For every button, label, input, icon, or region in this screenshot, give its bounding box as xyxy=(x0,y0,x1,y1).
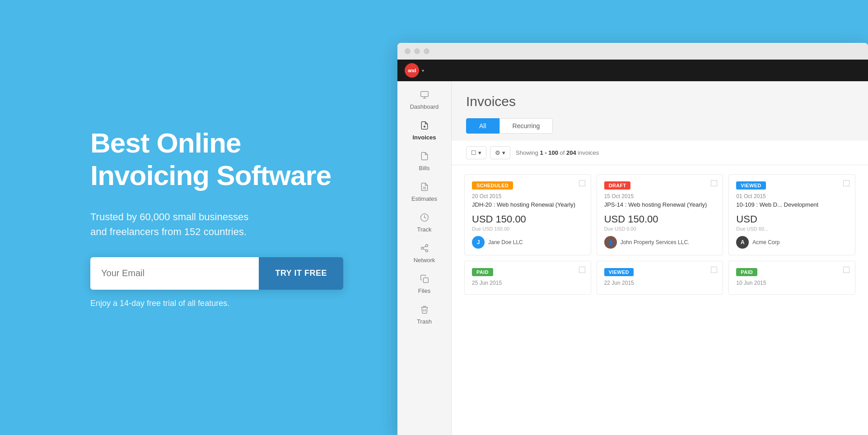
hero-section: Best OnlineInvoicing Software Trusted by… xyxy=(0,0,388,435)
status-badge-draft: DRAFT xyxy=(604,181,631,190)
status-badge-paid: PAID xyxy=(736,268,757,276)
svg-rect-0 xyxy=(420,92,428,97)
invoice-card-paid-2[interactable]: PAID 10 Jun 2015 xyxy=(728,261,855,295)
gear-icon: ⚙ xyxy=(495,149,500,156)
sidebar-label-invoices: Invoices xyxy=(412,134,436,141)
invoice-amount: USD 150.00 xyxy=(472,213,583,225)
invoice-card-viewed[interactable]: VIEWED 01 Oct 2015 10-109 : Web D... Dev… xyxy=(728,174,855,255)
invoice-date: 22 Jun 2015 xyxy=(604,280,716,286)
browser-chrome xyxy=(397,43,868,60)
logo-text: and xyxy=(408,68,416,73)
invoice-checkbox[interactable] xyxy=(579,267,585,273)
invoice-checkbox[interactable] xyxy=(843,267,849,273)
hero-title: Best OnlineInvoicing Software xyxy=(90,127,388,191)
svg-point-8 xyxy=(425,245,428,247)
invoice-row: PAID 25 Jun 2015 VIEWED 22 Jun 2015 PAID… xyxy=(464,261,855,295)
invoice-checkbox[interactable] xyxy=(711,180,717,186)
invoice-card-viewed-2[interactable]: VIEWED 22 Jun 2015 xyxy=(597,261,723,295)
sidebar-label-bills: Bills xyxy=(419,165,430,171)
invoice-name: JPS-14 : Web hosting Renewal (Yearly) xyxy=(604,201,716,208)
gear-dropdown-icon: ▾ xyxy=(502,149,505,156)
invoice-row: SCHEDULED 20 Oct 2015 JDH-20 : Web hosti… xyxy=(464,174,855,255)
clock-icon xyxy=(420,213,429,224)
browser-mockup: and ▾ Dashboard xyxy=(397,43,868,435)
invoice-name: JDH-20 : Web hosting Renewal (Yearly) xyxy=(472,201,583,208)
invoice-due: Due USD 0.00 xyxy=(604,226,716,231)
sidebar-label-estimates: Estimates xyxy=(411,195,437,202)
client-avatar: 👤 xyxy=(604,236,617,249)
top-nav: and ▾ xyxy=(397,60,868,81)
trial-text: Enjoy a 14-day free trial of all feature… xyxy=(90,299,388,308)
monitor-icon xyxy=(420,90,429,102)
copy-icon xyxy=(420,274,429,286)
email-input[interactable] xyxy=(90,257,259,290)
client-avatar: A xyxy=(736,236,749,249)
sidebar-item-estimates[interactable]: Estimates xyxy=(397,177,451,208)
sidebar-item-bills[interactable]: Bills xyxy=(397,146,451,177)
client-avatar: J xyxy=(472,236,485,249)
signup-form: TRY IT FREE xyxy=(90,257,343,290)
invoice-card-draft[interactable]: DRAFT 15 Oct 2015 JPS-14 : Web hosting R… xyxy=(597,174,723,255)
svg-line-11 xyxy=(423,249,426,250)
sidebar-item-network[interactable]: Network xyxy=(397,238,451,269)
invoice-checkbox[interactable] xyxy=(579,180,585,186)
checkbox-dropdown-btn[interactable]: ☐ ▾ xyxy=(466,146,486,159)
invoice-client: A Acme Corp xyxy=(736,236,848,249)
sidebar-label-network: Network xyxy=(414,257,435,264)
tab-all[interactable]: All xyxy=(466,118,499,134)
sidebar-label-files: Files xyxy=(418,287,430,294)
invoice-date: 15 Oct 2015 xyxy=(604,193,716,199)
sidebar-item-trash[interactable]: Trash xyxy=(397,300,451,330)
checkbox-icon: ☐ xyxy=(471,149,476,156)
showing-count: 204 xyxy=(566,149,576,156)
svg-point-10 xyxy=(425,250,428,252)
sidebar-item-dashboard[interactable]: Dashboard xyxy=(397,85,451,116)
tab-recurring[interactable]: Recurring xyxy=(499,118,553,134)
browser-dot-yellow xyxy=(414,48,420,54)
invoice-client: J Jane Doe LLC xyxy=(472,236,583,249)
invoice-amount: USD 150.00 xyxy=(604,213,716,225)
main-layout: Dashboard Invoices xyxy=(397,81,868,435)
sidebar-label-dashboard: Dashboard xyxy=(410,103,439,110)
invoice-due: Due USD 60... xyxy=(736,226,848,231)
app-logo[interactable]: and xyxy=(405,63,419,78)
invoice-date: 25 Jun 2015 xyxy=(472,280,583,286)
sidebar-item-invoices[interactable]: Invoices xyxy=(397,116,451,146)
logo-dropdown-icon[interactable]: ▾ xyxy=(422,68,424,73)
try-free-button[interactable]: TRY IT FREE xyxy=(259,257,343,290)
sidebar-item-track[interactable]: Track xyxy=(397,208,451,238)
browser-dot-green xyxy=(424,48,429,54)
client-name: Acme Corp xyxy=(752,239,779,245)
client-name: Jane Doe LLC xyxy=(488,239,523,245)
file-text-icon xyxy=(420,182,429,194)
file-plus-icon xyxy=(420,121,429,132)
app-container: and ▾ Dashboard xyxy=(397,60,868,435)
invoice-grid: SCHEDULED 20 Oct 2015 JDH-20 : Web hosti… xyxy=(452,165,868,435)
status-badge-viewed: VIEWED xyxy=(736,181,765,190)
invoice-date: 01 Oct 2015 xyxy=(736,193,848,199)
invoice-date: 20 Oct 2015 xyxy=(472,193,583,199)
sidebar-item-files[interactable]: Files xyxy=(397,269,451,300)
svg-rect-13 xyxy=(423,278,428,283)
invoice-due: Due USD 150.00 xyxy=(472,226,583,231)
hero-subtitle: Trusted by 60,000 small businessesand fr… xyxy=(90,209,388,239)
invoices-page-title: Invoices xyxy=(466,94,854,109)
sidebar: Dashboard Invoices xyxy=(397,81,452,435)
invoice-date: 10 Jun 2015 xyxy=(736,280,848,286)
browser-dot-red xyxy=(405,48,411,54)
toolbar: ☐ ▾ ⚙ ▾ Showing 1 - 100 of 204 invoices xyxy=(452,141,868,165)
gear-btn[interactable]: ⚙ ▾ xyxy=(490,146,510,159)
content-area: Invoices All Recurring ☐ ▾ ⚙ ▾ xyxy=(452,81,868,435)
invoice-name: 10-109 : Web D... Development xyxy=(736,201,848,208)
sidebar-label-trash: Trash xyxy=(417,318,432,325)
invoice-client: 👤 John Property Services LLC. xyxy=(604,236,716,249)
share-icon xyxy=(420,244,429,255)
client-name: John Property Services LLC. xyxy=(621,239,690,245)
invoice-card-paid-1[interactable]: PAID 25 Jun 2015 xyxy=(464,261,591,295)
invoice-checkbox[interactable] xyxy=(711,267,717,273)
invoice-card-scheduled[interactable]: SCHEDULED 20 Oct 2015 JDH-20 : Web hosti… xyxy=(464,174,591,255)
status-badge-scheduled: SCHEDULED xyxy=(472,181,513,190)
invoice-checkbox[interactable] xyxy=(843,180,849,186)
svg-line-12 xyxy=(423,246,426,247)
invoice-amount: USD xyxy=(736,213,848,225)
